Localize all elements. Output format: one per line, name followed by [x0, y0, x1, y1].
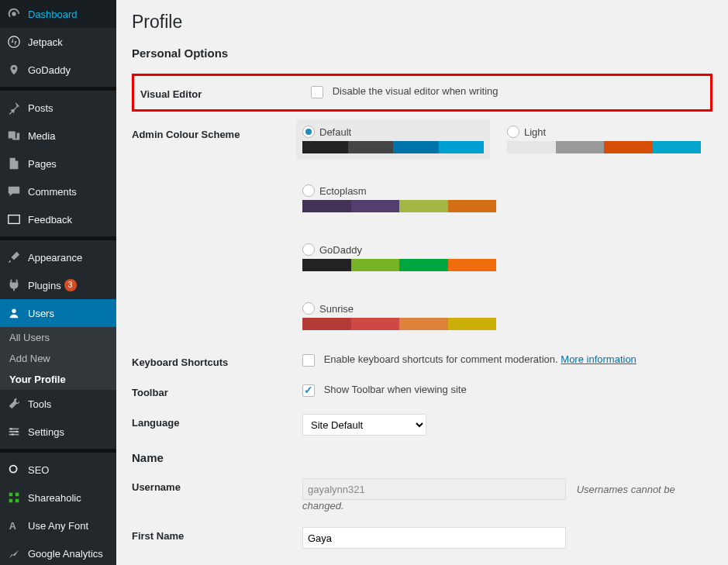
input-username: [302, 478, 566, 500]
scheme-swatch: [302, 200, 496, 212]
comment-icon: [6, 184, 22, 199]
row-toolbar: Toolbar Show Toolbar when viewing site: [132, 384, 712, 398]
admin-sidebar: Dashboard Jetpack GoDaddy Posts Media Pa…: [0, 0, 116, 565]
color-scheme-sunrise[interactable]: Sunrise: [302, 302, 496, 330]
sidebar-item-jetpack[interactable]: Jetpack: [0, 28, 116, 56]
svg-point-2: [12, 309, 16, 313]
color-scheme-ectoplasm[interactable]: Ectoplasm: [302, 184, 496, 212]
sidebar-item-dashboard[interactable]: Dashboard: [0, 0, 116, 28]
radio-scheme-light[interactable]: [507, 126, 519, 138]
seo-icon: [6, 462, 22, 477]
sidebar-label: Shareaholic: [28, 492, 81, 504]
select-language[interactable]: Site Default: [302, 414, 426, 436]
row-first-name: First Name: [132, 527, 712, 549]
scheme-name: Sunrise: [319, 303, 354, 315]
label-toolbar: Toolbar: [132, 384, 302, 398]
sidebar-item-seo[interactable]: SEO: [0, 456, 116, 484]
sidebar-item-analytics[interactable]: Google Analytics: [0, 539, 116, 565]
sidebar-separator: [0, 87, 116, 91]
scheme-name: GoDaddy: [319, 244, 362, 256]
scheme-swatch: [302, 318, 496, 330]
row-keyboard: Keyboard Shortcuts Enable keyboard short…: [132, 353, 712, 368]
checkbox-toolbar[interactable]: [302, 384, 315, 397]
sidebar-sub-add-new[interactable]: Add New: [0, 348, 116, 369]
color-scheme-default[interactable]: Default: [296, 119, 490, 160]
settings-icon: [6, 424, 22, 439]
visual-editor-highlight: Visual Editor Disable the visual editor …: [132, 74, 712, 112]
pin-icon: [6, 100, 22, 115]
sidebar-item-settings[interactable]: Settings: [0, 418, 116, 446]
checkbox-visual-editor-label: Disable the visual editor when writing: [333, 85, 499, 97]
row-username: Username Usernames cannot be changed.: [132, 478, 712, 512]
sidebar-label: Users: [28, 308, 54, 319]
sidebar-item-media[interactable]: Media: [0, 122, 116, 150]
scheme-swatch: [302, 259, 496, 271]
sidebar-item-appearance[interactable]: Appearance: [0, 243, 116, 271]
scheme-name: Ectoplasm: [319, 185, 367, 197]
sidebar-item-useanyfont[interactable]: AUse Any Font: [0, 512, 116, 539]
row-visual-editor: Visual Editor Disable the visual editor …: [134, 85, 710, 100]
plugin-count-badge: 3: [64, 279, 77, 291]
sidebar-label: Pages: [28, 158, 57, 170]
sidebar-item-pages[interactable]: Pages: [0, 150, 116, 177]
row-language: Language Site Default: [132, 414, 712, 436]
radio-scheme-sunrise[interactable]: [302, 302, 315, 315]
sidebar-label: SEO: [28, 464, 49, 476]
page-icon: [6, 156, 22, 171]
font-icon: A: [6, 518, 22, 533]
chart-icon: [6, 546, 22, 561]
label-first-name: First Name: [132, 527, 302, 542]
page-title: Profile: [132, 12, 712, 33]
sidebar-item-feedback[interactable]: Feedback: [0, 205, 116, 233]
sidebar-label: Appearance: [28, 252, 82, 264]
sidebar-separator: [0, 449, 116, 453]
sidebar-label: Google Analytics: [28, 548, 103, 560]
main-content: Profile Personal Options Visual Editor D…: [116, 0, 728, 565]
svg-point-5: [12, 433, 14, 436]
section-personal-options: Personal Options: [132, 47, 712, 60]
svg-rect-8: [16, 493, 19, 497]
color-scheme-light[interactable]: Light: [507, 126, 701, 153]
sidebar-item-shareaholic[interactable]: Shareaholic: [0, 484, 116, 512]
users-icon: [6, 305, 22, 321]
shareaholic-icon: [6, 490, 22, 505]
radio-scheme-default[interactable]: [302, 126, 315, 138]
label-language: Language: [132, 414, 302, 429]
sidebar-item-godaddy[interactable]: GoDaddy: [0, 56, 116, 84]
color-scheme-godaddy[interactable]: GoDaddy: [302, 243, 496, 271]
row-color-scheme: Admin Colour Scheme DefaultLightEctoplas…: [132, 126, 712, 330]
checkbox-visual-editor[interactable]: [311, 86, 323, 98]
sidebar-item-plugins[interactable]: Plugins3: [0, 271, 116, 299]
sidebar-separator: [0, 236, 116, 240]
sidebar-label: Dashboard: [28, 9, 78, 20]
sidebar-label: Plugins: [28, 280, 61, 291]
sidebar-label: Jetpack: [28, 36, 63, 48]
scheme-name: Default: [319, 126, 351, 138]
checkbox-keyboard-label: Enable keyboard shortcuts for comment mo…: [324, 353, 558, 365]
sidebar-label: Media: [28, 130, 55, 142]
radio-scheme-godaddy[interactable]: [302, 243, 315, 256]
link-more-info[interactable]: More information: [561, 353, 637, 365]
radio-scheme-ectoplasm[interactable]: [302, 184, 315, 197]
scheme-swatch: [507, 141, 701, 153]
sidebar-sub-your-profile[interactable]: Your Profile: [0, 369, 116, 390]
scheme-name: Light: [524, 126, 546, 138]
feedback-icon: [6, 212, 22, 227]
label-username: Username: [132, 478, 302, 493]
sidebar-label: Comments: [28, 186, 77, 198]
svg-point-6: [10, 466, 17, 473]
sidebar-item-users[interactable]: Users: [0, 299, 116, 327]
input-first-name[interactable]: [302, 527, 566, 549]
plugin-icon: [6, 277, 22, 293]
sidebar-submenu-users: All Users Add New Your Profile: [0, 327, 116, 390]
color-scheme-grid: DefaultLightEctoplasmGoDaddySunrise: [302, 126, 712, 330]
sidebar-item-comments[interactable]: Comments: [0, 177, 116, 205]
godaddy-icon: [6, 62, 22, 78]
dashboard-icon: [6, 6, 22, 22]
sidebar-item-posts[interactable]: Posts: [0, 94, 116, 122]
jetpack-icon: [6, 34, 22, 50]
checkbox-keyboard[interactable]: [302, 354, 315, 367]
sidebar-sub-all-users[interactable]: All Users: [0, 327, 116, 348]
tools-icon: [6, 396, 22, 412]
sidebar-item-tools[interactable]: Tools: [0, 390, 116, 418]
